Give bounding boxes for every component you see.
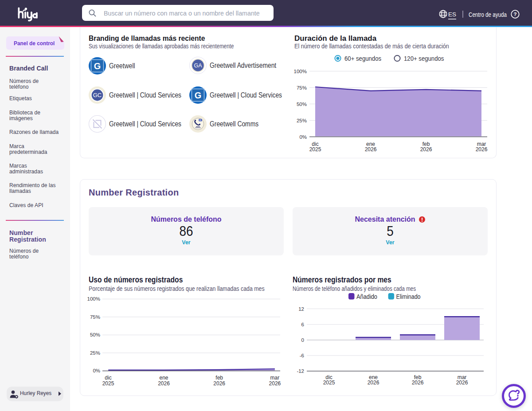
svg-text:2026: 2026 — [412, 380, 424, 386]
svg-text:2026: 2026 — [213, 380, 225, 387]
svg-text:25%: 25% — [90, 350, 100, 356]
svg-text:GA: GA — [194, 63, 202, 69]
svg-text:2026: 2026 — [368, 380, 379, 386]
svg-text:G: G — [195, 90, 202, 100]
svg-text:2025: 2025 — [102, 380, 114, 387]
svg-text:Añadido: Añadido — [356, 293, 377, 300]
svg-text:12: 12 — [298, 306, 304, 312]
svg-text:?: ? — [513, 12, 516, 17]
svg-text:-6: -6 — [300, 353, 304, 358]
svg-text:100%: 100% — [87, 296, 100, 301]
svg-text:-12: -12 — [297, 368, 304, 374]
svg-text:0%: 0% — [93, 368, 100, 373]
svg-text:2025: 2025 — [323, 380, 335, 386]
svg-text:G: G — [94, 61, 101, 71]
svg-text:75%: 75% — [90, 314, 100, 320]
svg-text:50%: 50% — [90, 332, 100, 337]
svg-text:25%: 25% — [297, 118, 307, 123]
svg-text:0: 0 — [301, 337, 304, 343]
svg-text:2026: 2026 — [420, 146, 432, 153]
svg-text:2025: 2025 — [309, 146, 321, 153]
svg-text:2026: 2026 — [365, 146, 377, 153]
svg-text:Eliminado: Eliminado — [396, 293, 421, 300]
svg-text:2026: 2026 — [269, 380, 281, 387]
svg-text:2026: 2026 — [476, 146, 488, 153]
svg-text:2026: 2026 — [158, 380, 170, 387]
svg-text:100%: 100% — [294, 69, 307, 74]
svg-text:2026: 2026 — [456, 380, 468, 386]
svg-text:0%: 0% — [299, 134, 307, 140]
svg-text:50%: 50% — [297, 102, 307, 107]
svg-text:6: 6 — [301, 322, 304, 327]
svg-text:75%: 75% — [297, 85, 307, 90]
svg-text:GC: GC — [93, 92, 102, 98]
